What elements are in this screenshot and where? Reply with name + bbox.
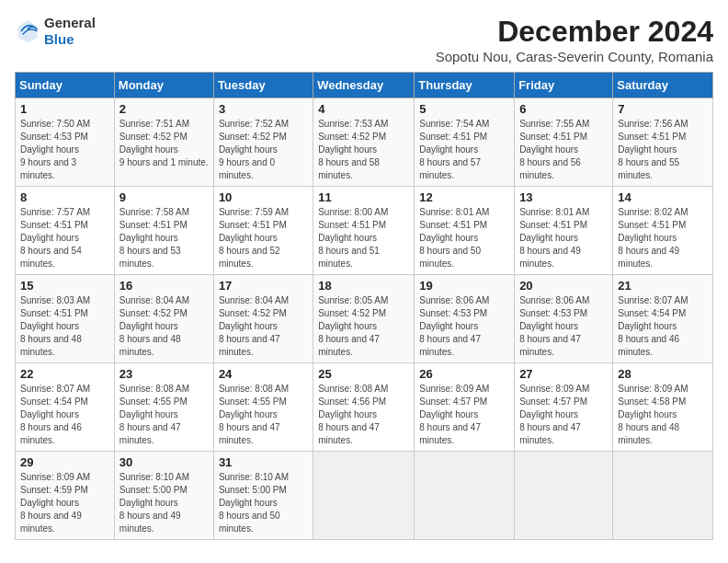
day-number: 4: [318, 102, 409, 116]
calendar-cell: 29Sunrise: 8:09 AMSunset: 4:59 PMDayligh…: [16, 452, 115, 540]
day-number: 30: [119, 455, 209, 469]
day-info: Sunrise: 7:51 AMSunset: 4:52 PMDaylight …: [119, 119, 209, 167]
weekday-header: Friday: [515, 73, 613, 98]
weekday-header: Tuesday: [213, 73, 313, 98]
day-info: Sunrise: 8:08 AMSunset: 4:55 PMDaylight …: [119, 384, 189, 445]
day-number: 11: [318, 190, 409, 204]
calendar-cell: 1Sunrise: 7:50 AMSunset: 4:53 PMDaylight…: [16, 98, 115, 187]
logo-icon: [15, 18, 40, 44]
calendar-cell: 24Sunrise: 8:08 AMSunset: 4:55 PMDayligh…: [213, 363, 313, 452]
day-info: Sunrise: 8:09 AMSunset: 4:57 PMDaylight …: [519, 384, 589, 445]
calendar-cell: [313, 452, 415, 540]
day-number: 20: [519, 279, 608, 293]
day-number: 22: [20, 367, 109, 381]
day-info: Sunrise: 8:10 AMSunset: 5:00 PMDaylight …: [119, 472, 189, 534]
day-info: Sunrise: 8:01 AMSunset: 4:51 PMDaylight …: [519, 207, 589, 269]
day-number: 13: [519, 190, 608, 204]
day-number: 19: [419, 279, 509, 293]
day-number: 29: [20, 455, 109, 469]
calendar-week: 22Sunrise: 8:07 AMSunset: 4:54 PMDayligh…: [16, 363, 713, 452]
day-number: 18: [318, 279, 409, 293]
day-number: 23: [119, 367, 209, 381]
calendar-cell: 7Sunrise: 7:56 AMSunset: 4:51 PMDaylight…: [613, 98, 713, 187]
calendar-cell: 19Sunrise: 8:06 AMSunset: 4:53 PMDayligh…: [415, 275, 515, 363]
calendar-cell: 18Sunrise: 8:05 AMSunset: 4:52 PMDayligh…: [313, 275, 415, 363]
weekday-header: Wednesday: [313, 73, 415, 98]
day-info: Sunrise: 7:59 AMSunset: 4:51 PMDaylight …: [219, 207, 289, 269]
calendar-week: 29Sunrise: 8:09 AMSunset: 4:59 PMDayligh…: [16, 452, 713, 540]
day-info: Sunrise: 8:06 AMSunset: 4:53 PMDaylight …: [519, 295, 589, 357]
day-number: 27: [519, 367, 608, 381]
day-info: Sunrise: 8:07 AMSunset: 4:54 PMDaylight …: [20, 384, 90, 445]
calendar-cell: 4Sunrise: 7:53 AMSunset: 4:52 PMDaylight…: [313, 98, 415, 187]
calendar-cell: 10Sunrise: 7:59 AMSunset: 4:51 PMDayligh…: [213, 187, 313, 275]
calendar-cell: 22Sunrise: 8:07 AMSunset: 4:54 PMDayligh…: [16, 363, 115, 452]
day-info: Sunrise: 7:53 AMSunset: 4:52 PMDaylight …: [318, 119, 388, 180]
logo-text: General Blue: [44, 15, 96, 48]
day-info: Sunrise: 8:08 AMSunset: 4:56 PMDaylight …: [318, 384, 388, 445]
calendar-cell: [613, 452, 713, 540]
calendar-cell: [415, 452, 515, 540]
day-info: Sunrise: 8:06 AMSunset: 4:53 PMDaylight …: [419, 295, 489, 357]
weekday-header: Sunday: [16, 73, 115, 98]
day-info: Sunrise: 7:54 AMSunset: 4:51 PMDaylight …: [419, 119, 489, 180]
day-number: 16: [119, 279, 209, 293]
day-number: 17: [219, 279, 308, 293]
day-number: 21: [618, 279, 708, 293]
day-number: 3: [219, 102, 308, 116]
logo: General Blue: [15, 15, 96, 48]
calendar-week: 15Sunrise: 8:03 AMSunset: 4:51 PMDayligh…: [16, 275, 713, 363]
calendar-cell: 14Sunrise: 8:02 AMSunset: 4:51 PMDayligh…: [613, 187, 713, 275]
title-section: December 2024 Sopotu Nou, Caras-Severin …: [436, 15, 713, 64]
calendar-cell: 23Sunrise: 8:08 AMSunset: 4:55 PMDayligh…: [114, 363, 213, 452]
day-number: 2: [119, 102, 209, 116]
day-number: 6: [519, 102, 608, 116]
calendar-cell: 5Sunrise: 7:54 AMSunset: 4:51 PMDaylight…: [415, 98, 515, 187]
calendar-cell: 17Sunrise: 8:04 AMSunset: 4:52 PMDayligh…: [213, 275, 313, 363]
calendar-cell: 26Sunrise: 8:09 AMSunset: 4:57 PMDayligh…: [415, 363, 515, 452]
day-info: Sunrise: 8:07 AMSunset: 4:54 PMDaylight …: [618, 295, 688, 357]
day-info: Sunrise: 7:52 AMSunset: 4:52 PMDaylight …: [219, 119, 289, 180]
svg-marker-0: [18, 20, 38, 43]
day-info: Sunrise: 8:00 AMSunset: 4:51 PMDaylight …: [318, 207, 388, 269]
calendar-cell: 9Sunrise: 7:58 AMSunset: 4:51 PMDaylight…: [114, 187, 213, 275]
calendar-week: 1Sunrise: 7:50 AMSunset: 4:53 PMDaylight…: [16, 98, 713, 187]
calendar-cell: 3Sunrise: 7:52 AMSunset: 4:52 PMDaylight…: [213, 98, 313, 187]
sub-title: Sopotu Nou, Caras-Severin County, Romani…: [436, 49, 713, 64]
day-number: 8: [20, 190, 109, 204]
day-info: Sunrise: 7:56 AMSunset: 4:51 PMDaylight …: [618, 119, 688, 180]
calendar-cell: 30Sunrise: 8:10 AMSunset: 5:00 PMDayligh…: [114, 452, 213, 540]
day-info: Sunrise: 8:05 AMSunset: 4:52 PMDaylight …: [318, 295, 388, 357]
day-info: Sunrise: 8:02 AMSunset: 4:51 PMDaylight …: [618, 207, 688, 269]
calendar-cell: 21Sunrise: 8:07 AMSunset: 4:54 PMDayligh…: [613, 275, 713, 363]
calendar-cell: 16Sunrise: 8:04 AMSunset: 4:52 PMDayligh…: [114, 275, 213, 363]
day-number: 31: [219, 455, 308, 469]
day-info: Sunrise: 8:08 AMSunset: 4:55 PMDaylight …: [219, 384, 289, 445]
day-number: 15: [20, 279, 109, 293]
day-number: 25: [318, 367, 409, 381]
calendar-cell: 2Sunrise: 7:51 AMSunset: 4:52 PMDaylight…: [114, 98, 213, 187]
weekday-header: Saturday: [613, 73, 713, 98]
calendar-cell: 25Sunrise: 8:08 AMSunset: 4:56 PMDayligh…: [313, 363, 415, 452]
main-title: December 2024: [436, 15, 713, 49]
calendar-cell: 8Sunrise: 7:57 AMSunset: 4:51 PMDaylight…: [16, 187, 115, 275]
calendar-cell: 27Sunrise: 8:09 AMSunset: 4:57 PMDayligh…: [515, 363, 613, 452]
day-info: Sunrise: 7:50 AMSunset: 4:53 PMDaylight …: [20, 119, 90, 180]
day-info: Sunrise: 8:09 AMSunset: 4:59 PMDaylight …: [20, 472, 90, 534]
day-number: 28: [618, 367, 708, 381]
day-info: Sunrise: 8:01 AMSunset: 4:51 PMDaylight …: [419, 207, 489, 269]
day-number: 26: [419, 367, 509, 381]
day-number: 9: [119, 190, 209, 204]
calendar: SundayMondayTuesdayWednesdayThursdayFrid…: [15, 72, 713, 540]
calendar-cell: 13Sunrise: 8:01 AMSunset: 4:51 PMDayligh…: [515, 187, 613, 275]
day-number: 24: [219, 367, 308, 381]
day-info: Sunrise: 8:09 AMSunset: 4:57 PMDaylight …: [419, 384, 489, 445]
day-number: 1: [20, 102, 109, 116]
weekday-header: Monday: [114, 73, 213, 98]
header: General Blue December 2024 Sopotu Nou, C…: [15, 15, 713, 64]
day-info: Sunrise: 7:58 AMSunset: 4:51 PMDaylight …: [119, 207, 189, 269]
day-number: 5: [419, 102, 509, 116]
day-number: 10: [219, 190, 308, 204]
calendar-header: SundayMondayTuesdayWednesdayThursdayFrid…: [16, 73, 713, 98]
calendar-cell: 28Sunrise: 8:09 AMSunset: 4:58 PMDayligh…: [613, 363, 713, 452]
